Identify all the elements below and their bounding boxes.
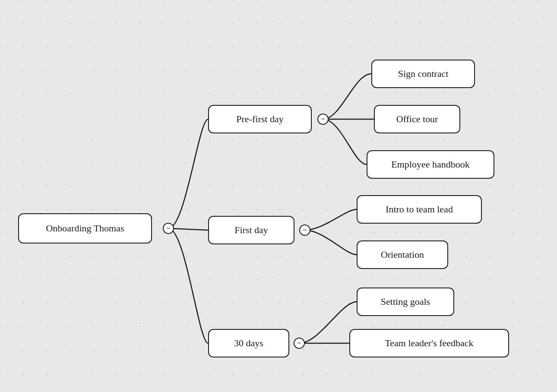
employee-handbook-node[interactable]: Employee handbook: [367, 150, 494, 179]
thirty-days-collapse-dot[interactable]: [294, 338, 305, 349]
pre-first-day-label: Pre-first day: [226, 107, 294, 131]
office-tour-node[interactable]: Office tour: [374, 105, 460, 133]
first-day-collapse-dot[interactable]: [299, 224, 310, 236]
office-tour-label: Office tour: [386, 107, 449, 131]
first-day-node[interactable]: First day: [208, 216, 294, 244]
team-leader-feedback-label: Team leader's feedback: [374, 332, 484, 355]
first-day-label: First day: [224, 218, 278, 242]
orientation-label: Orientation: [370, 243, 434, 266]
sign-contract-node[interactable]: Sign contract: [371, 60, 475, 88]
root-collapse-dot[interactable]: [163, 223, 174, 234]
canvas: Onboarding Thomas Pre-first day First da…: [0, 0, 557, 392]
root-label: Onboarding Thomas: [35, 217, 134, 240]
setting-goals-node[interactable]: Setting goals: [357, 288, 454, 316]
sign-contract-label: Sign contract: [388, 62, 459, 85]
pre-first-day-collapse-dot[interactable]: [317, 114, 329, 125]
orientation-node[interactable]: Orientation: [357, 240, 448, 269]
setting-goals-label: Setting goals: [370, 290, 440, 313]
employee-handbook-label: Employee handbook: [381, 153, 480, 176]
intro-team-lead-label: Intro to team lead: [375, 198, 463, 221]
pre-first-day-node[interactable]: Pre-first day: [208, 105, 312, 133]
thirty-days-label: 30 days: [224, 332, 274, 355]
thirty-days-node[interactable]: 30 days: [208, 329, 289, 357]
team-leader-feedback-node[interactable]: Team leader's feedback: [349, 329, 509, 357]
root-node[interactable]: Onboarding Thomas: [18, 213, 152, 243]
intro-team-lead-node[interactable]: Intro to team lead: [357, 195, 482, 224]
